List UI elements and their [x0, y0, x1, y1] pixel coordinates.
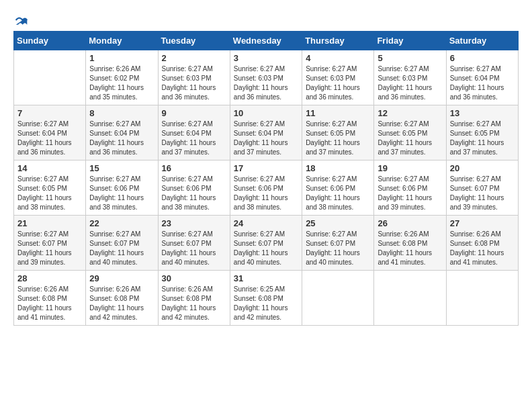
- day-number: 26: [378, 218, 442, 228]
- day-info: Sunrise: 6:27 AMSunset: 6:07 PMDaylight:…: [234, 230, 298, 267]
- header-saturday: Saturday: [446, 32, 518, 50]
- day-info: Sunrise: 6:25 AMSunset: 6:08 PMDaylight:…: [234, 285, 298, 322]
- header-monday: Monday: [86, 32, 158, 50]
- calendar-cell: 7Sunrise: 6:27 AMSunset: 6:04 PMDaylight…: [14, 105, 86, 161]
- day-number: 20: [450, 163, 515, 173]
- calendar-cell: 17Sunrise: 6:27 AMSunset: 6:06 PMDayligh…: [230, 161, 302, 216]
- calendar-header-row: SundayMondayTuesdayWednesdayThursdayFrid…: [14, 32, 519, 50]
- calendar-cell: 23Sunrise: 6:27 AMSunset: 6:07 PMDayligh…: [158, 216, 230, 271]
- day-info: Sunrise: 6:26 AMSunset: 6:08 PMDaylight:…: [450, 230, 515, 267]
- day-info: Sunrise: 6:26 AMSunset: 6:08 PMDaylight:…: [162, 285, 226, 322]
- day-info: Sunrise: 6:27 AMSunset: 6:07 PMDaylight:…: [306, 230, 370, 267]
- day-info: Sunrise: 6:27 AMSunset: 6:04 PMDaylight:…: [450, 64, 515, 102]
- calendar-cell: 19Sunrise: 6:27 AMSunset: 6:06 PMDayligh…: [374, 161, 446, 216]
- calendar-cell: 14Sunrise: 6:27 AMSunset: 6:05 PMDayligh…: [14, 161, 86, 216]
- calendar-cell: 21Sunrise: 6:27 AMSunset: 6:07 PMDayligh…: [14, 216, 86, 271]
- calendar-cell: 6Sunrise: 6:27 AMSunset: 6:04 PMDaylight…: [446, 50, 518, 105]
- day-info: Sunrise: 6:27 AMSunset: 6:03 PMDaylight:…: [162, 64, 226, 102]
- day-number: 8: [89, 108, 154, 118]
- day-info: Sunrise: 6:27 AMSunset: 6:03 PMDaylight:…: [306, 64, 370, 102]
- day-number: 5: [378, 53, 442, 63]
- calendar-cell: 27Sunrise: 6:26 AMSunset: 6:08 PMDayligh…: [446, 216, 518, 271]
- header-wednesday: Wednesday: [230, 32, 302, 50]
- day-info: Sunrise: 6:26 AMSunset: 6:08 PMDaylight:…: [378, 230, 442, 267]
- calendar-cell: 10Sunrise: 6:27 AMSunset: 6:04 PMDayligh…: [230, 105, 302, 161]
- day-info: Sunrise: 6:27 AMSunset: 6:06 PMDaylight:…: [234, 175, 298, 212]
- calendar-cell: [302, 271, 374, 326]
- day-number: 3: [234, 53, 298, 63]
- day-info: Sunrise: 6:27 AMSunset: 6:06 PMDaylight:…: [378, 175, 442, 212]
- day-number: 6: [450, 53, 515, 63]
- day-number: 30: [162, 273, 226, 283]
- day-info: Sunrise: 6:27 AMSunset: 6:07 PMDaylight:…: [450, 175, 515, 212]
- day-number: 11: [306, 108, 370, 118]
- day-number: 15: [89, 163, 154, 173]
- calendar-cell: 29Sunrise: 6:26 AMSunset: 6:08 PMDayligh…: [86, 271, 158, 326]
- day-info: Sunrise: 6:27 AMSunset: 6:05 PMDaylight:…: [450, 120, 515, 157]
- calendar-cell: 18Sunrise: 6:27 AMSunset: 6:06 PMDayligh…: [302, 161, 374, 216]
- day-info: Sunrise: 6:27 AMSunset: 6:06 PMDaylight:…: [89, 175, 154, 212]
- day-info: Sunrise: 6:27 AMSunset: 6:03 PMDaylight:…: [234, 64, 298, 102]
- day-info: Sunrise: 6:27 AMSunset: 6:04 PMDaylight:…: [17, 120, 82, 157]
- day-info: Sunrise: 6:27 AMSunset: 6:04 PMDaylight:…: [162, 120, 226, 157]
- day-info: Sunrise: 6:27 AMSunset: 6:07 PMDaylight:…: [89, 230, 154, 267]
- calendar-cell: 15Sunrise: 6:27 AMSunset: 6:06 PMDayligh…: [86, 161, 158, 216]
- calendar-cell: 22Sunrise: 6:27 AMSunset: 6:07 PMDayligh…: [86, 216, 158, 271]
- calendar-cell: 30Sunrise: 6:26 AMSunset: 6:08 PMDayligh…: [158, 271, 230, 326]
- calendar-cell: 31Sunrise: 6:25 AMSunset: 6:08 PMDayligh…: [230, 271, 302, 326]
- logo-icon: [15, 13, 28, 27]
- day-number: 29: [89, 273, 154, 283]
- page-header: [13, 13, 519, 24]
- day-info: Sunrise: 6:26 AMSunset: 6:08 PMDaylight:…: [89, 285, 154, 322]
- calendar-cell: 5Sunrise: 6:27 AMSunset: 6:03 PMDaylight…: [374, 50, 446, 105]
- day-info: Sunrise: 6:27 AMSunset: 6:05 PMDaylight:…: [378, 120, 442, 157]
- day-info: Sunrise: 6:27 AMSunset: 6:03 PMDaylight:…: [378, 64, 442, 102]
- day-number: 21: [17, 218, 82, 228]
- calendar-cell: 1Sunrise: 6:26 AMSunset: 6:02 PMDaylight…: [86, 50, 158, 105]
- calendar-cell: 9Sunrise: 6:27 AMSunset: 6:04 PMDaylight…: [158, 105, 230, 161]
- day-number: 14: [17, 163, 82, 173]
- calendar-table: SundayMondayTuesdayWednesdayThursdayFrid…: [13, 31, 519, 326]
- day-number: 10: [234, 108, 298, 118]
- day-number: 2: [162, 53, 226, 63]
- day-number: 18: [306, 163, 370, 173]
- day-info: Sunrise: 6:27 AMSunset: 6:06 PMDaylight:…: [162, 175, 226, 212]
- day-info: Sunrise: 6:27 AMSunset: 6:07 PMDaylight:…: [17, 230, 82, 267]
- header-friday: Friday: [374, 32, 446, 50]
- day-info: Sunrise: 6:27 AMSunset: 6:06 PMDaylight:…: [306, 175, 370, 212]
- day-number: 25: [306, 218, 370, 228]
- calendar-cell: 2Sunrise: 6:27 AMSunset: 6:03 PMDaylight…: [158, 50, 230, 105]
- day-number: 23: [162, 218, 226, 228]
- calendar-cell: 4Sunrise: 6:27 AMSunset: 6:03 PMDaylight…: [302, 50, 374, 105]
- day-number: 13: [450, 108, 515, 118]
- header-tuesday: Tuesday: [158, 32, 230, 50]
- day-number: 19: [378, 163, 442, 173]
- day-info: Sunrise: 6:26 AMSunset: 6:02 PMDaylight:…: [89, 64, 154, 102]
- day-info: Sunrise: 6:27 AMSunset: 6:04 PMDaylight:…: [89, 120, 154, 157]
- day-number: 28: [17, 273, 82, 283]
- calendar-week-3: 14Sunrise: 6:27 AMSunset: 6:05 PMDayligh…: [14, 161, 519, 216]
- day-number: 1: [89, 53, 154, 63]
- calendar-cell: 16Sunrise: 6:27 AMSunset: 6:06 PMDayligh…: [158, 161, 230, 216]
- day-info: Sunrise: 6:27 AMSunset: 6:05 PMDaylight:…: [17, 175, 82, 212]
- day-number: 27: [450, 218, 515, 228]
- calendar-cell: [14, 50, 86, 105]
- calendar-week-5: 28Sunrise: 6:26 AMSunset: 6:08 PMDayligh…: [14, 271, 519, 326]
- calendar-cell: 28Sunrise: 6:26 AMSunset: 6:08 PMDayligh…: [14, 271, 86, 326]
- calendar-week-1: 1Sunrise: 6:26 AMSunset: 6:02 PMDaylight…: [14, 50, 519, 105]
- calendar-cell: 13Sunrise: 6:27 AMSunset: 6:05 PMDayligh…: [446, 105, 518, 161]
- day-number: 4: [306, 53, 370, 63]
- calendar-cell: 8Sunrise: 6:27 AMSunset: 6:04 PMDaylight…: [86, 105, 158, 161]
- calendar-cell: [374, 271, 446, 326]
- day-number: 9: [162, 108, 226, 118]
- day-number: 22: [89, 218, 154, 228]
- calendar-cell: [446, 271, 518, 326]
- day-number: 7: [17, 108, 82, 118]
- day-info: Sunrise: 6:27 AMSunset: 6:05 PMDaylight:…: [306, 120, 370, 157]
- day-number: 17: [234, 163, 298, 173]
- day-info: Sunrise: 6:26 AMSunset: 6:08 PMDaylight:…: [17, 285, 82, 322]
- logo: [13, 13, 28, 24]
- calendar-cell: 24Sunrise: 6:27 AMSunset: 6:07 PMDayligh…: [230, 216, 302, 271]
- calendar-cell: 3Sunrise: 6:27 AMSunset: 6:03 PMDaylight…: [230, 50, 302, 105]
- calendar-week-4: 21Sunrise: 6:27 AMSunset: 6:07 PMDayligh…: [14, 216, 519, 271]
